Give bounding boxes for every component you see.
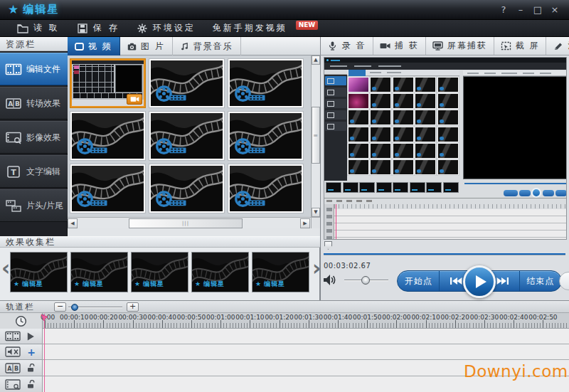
save-button[interactable]: 保 存 [77,22,119,34]
effects-bar-header: 效果收集栏 [0,236,320,248]
playhead-marker[interactable] [41,314,49,322]
effect-thumb-label: ★编辑星 [14,280,43,289]
music-note-icon [180,43,189,51]
effects-prev-arrow[interactable]: ‹ [1,258,10,279]
tab-music[interactable]: 背景音乐 [173,37,241,55]
maximize-button[interactable]: □ [531,4,545,16]
ruler-label: 00:01:30 [294,314,323,321]
ruler-label: 00:00:40 [148,314,176,321]
media-thumb[interactable] [228,59,303,107]
speaker-icon[interactable] [322,272,338,287]
ruler-label: 00:01:10 [235,314,264,321]
microphone-icon [327,41,338,51]
ruler-major-ticks [45,320,569,328]
minimize-button[interactable]: – [514,4,528,16]
capture-button[interactable]: 捕 获 [373,37,426,55]
monitor-icon [432,41,443,51]
media-thumb[interactable] [70,112,145,160]
media-thumb[interactable] [149,59,224,107]
ruler-label: 00:02:00 [382,314,410,321]
timeline-zoom-handle[interactable] [71,304,78,311]
transport-controls: 开始点 结束点 [397,269,562,293]
doodle-button[interactable]: 涂 鸦 [546,37,569,55]
screen-capture-button[interactable]: 屏幕捕获 [426,37,494,55]
open-button[interactable]: 读 取 [17,22,60,34]
ruler-label: 00:01:00 [206,314,235,321]
ruler-label: 00:00:20 [89,314,117,321]
horizontal-scroll-thumb[interactable]: ||| [129,218,243,228]
effect-thumb[interactable]: ★编辑星 [191,252,249,292]
filmstrip-art [72,166,144,211]
svg-text:A: A [8,100,13,107]
play-button[interactable] [463,265,496,298]
video-track-play-button[interactable] [26,332,36,341]
tab-image[interactable]: 图 片 [120,37,173,55]
film-frame-icon [5,379,21,390]
sidebar-item-video-effects[interactable]: 影像效果 [0,121,68,154]
help-button[interactable]: ? [496,4,511,16]
audio-track-lane[interactable] [43,344,569,360]
media-thumb-selected[interactable] [70,59,145,107]
volume-handle[interactable] [361,276,370,285]
horizontal-scrollbar[interactable]: ◀ ||| ▶ [68,217,311,228]
overlay-track-lock-button[interactable] [26,379,36,389]
screenshot-button[interactable]: 截 屏 [494,37,547,55]
ruler-label: 00:01:20 [265,314,293,321]
timeline-zoom-in-button[interactable]: + [127,302,139,312]
play-icon [26,332,35,341]
video-track-lane[interactable] [43,329,569,344]
tab-video[interactable]: 视 频 [68,37,120,55]
filmstrip-art [151,60,223,106]
scroll-down-button[interactable]: ▼ [312,208,320,217]
timeline-corner [0,313,43,329]
svg-text:B: B [15,100,20,107]
media-thumb[interactable] [228,112,303,160]
media-thumb[interactable] [149,112,224,160]
timeline-zoom-out-button[interactable]: − [54,302,66,312]
effect-thumb[interactable]: ★编辑星 [252,252,309,292]
effects-next-arrow[interactable]: › [312,258,321,279]
vertical-scrollbar[interactable]: ▲ ≡ ▼ [311,55,320,217]
transition-track-lock-button[interactable] [26,363,36,373]
video-track-head [0,329,43,344]
close-button[interactable]: × [548,4,562,16]
media-thumb[interactable] [149,164,224,213]
watermark: Downyi.com [464,362,568,381]
filmstrip-art [230,166,302,211]
scroll-right-button[interactable]: ▶ [300,218,310,228]
main-toolbar: 读 取 保 存 环境设定 免新手期发视频 NEW [0,20,569,37]
vertical-scroll-thumb[interactable]: ≡ [312,107,320,164]
scroll-left-button[interactable]: ◀ [68,218,78,228]
filmstrip-art [230,113,302,159]
ruler-label: 00:01:50 [353,314,381,321]
camera-badge-icon [127,94,142,105]
end-point-button[interactable]: 结束点 [519,271,561,291]
sidebar-item-transitions[interactable]: AB 转场效果 [0,87,68,120]
effect-thumb[interactable]: ★编辑星 [10,252,68,292]
settings-button[interactable]: 环境设定 [137,22,196,34]
start-point-button[interactable]: 开始点 [398,271,440,291]
sidebar-item-edit-files[interactable]: 编辑文件 [0,53,68,85]
audio-track-add-button[interactable]: + [27,347,36,357]
ruler-label: 00:02:30 [470,314,499,321]
save-icon [77,23,88,33]
scroll-up-button[interactable]: ▲ [312,55,320,65]
filmstrip-icon [5,63,22,76]
audio-track-head: + [0,344,43,360]
sidebar-item-text-editor[interactable]: T 文字编辑 [0,155,68,188]
effect-thumb-label: ★编辑星 [74,280,104,289]
resource-panel-header: 资源栏 [0,37,68,51]
star-icon: ★ [195,280,201,287]
effect-thumb[interactable]: ★编辑星 [131,252,188,292]
media-thumb[interactable] [70,164,145,213]
media-thumbnail-grid [68,55,311,217]
timeline-ruler[interactable]: 0:0000:00:1000:00:2000:00:3000:00:4000:0… [0,313,569,329]
effect-thumb[interactable]: ★编辑星 [70,252,128,292]
media-thumb[interactable] [228,164,303,213]
film-frame-icon [5,131,22,144]
record-audio-button[interactable]: 录 音 [321,37,373,55]
preview-screen [324,57,567,240]
effect-thumb-label: ★编辑星 [195,280,225,289]
sidebar-item-intro-outro[interactable]: 片头/片尾 [0,189,68,222]
publish-video-button[interactable]: 免新手期发视频 NEW [213,22,319,34]
